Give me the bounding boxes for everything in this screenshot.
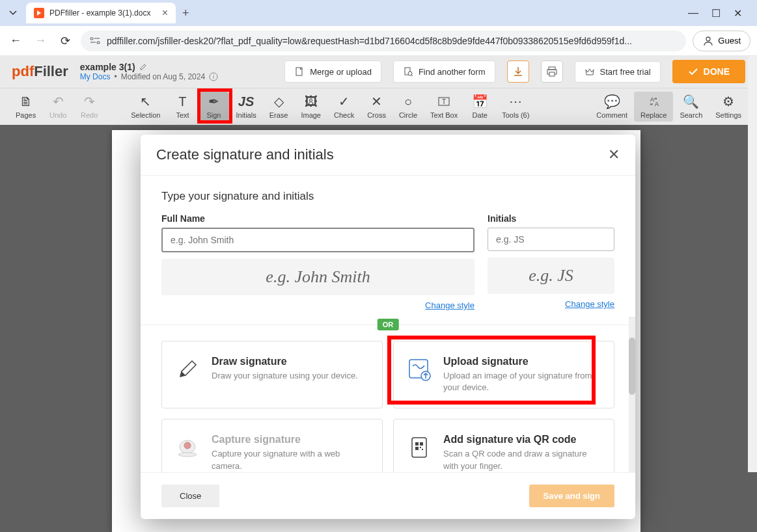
initials-input[interactable] [488, 228, 614, 251]
pages-tool[interactable]: 🗎Pages [9, 92, 42, 122]
text-icon: T [178, 94, 186, 109]
tools-menu[interactable]: ⋯Tools (6) [495, 92, 536, 122]
modal-body: Type your signature and initials Full Na… [141, 176, 635, 472]
search-icon: 🔍 [683, 94, 699, 109]
new-tab-button[interactable]: + [182, 7, 189, 20]
save-button[interactable]: Save and sign [529, 485, 614, 507]
selection-tool[interactable]: ↖Selection [124, 92, 167, 122]
maximize-icon[interactable]: ☐ [711, 7, 721, 20]
download-button[interactable] [507, 60, 529, 83]
cross-tool[interactable]: ✕Cross [361, 92, 392, 122]
fullname-preview: e.g. John Smith [161, 259, 475, 295]
fullname-input[interactable] [161, 228, 475, 252]
upload-signature-card[interactable]: Upload signature Upload an image of your… [393, 341, 614, 408]
qr-signature-card[interactable]: Add signature via QR code Scan a QR code… [393, 419, 614, 472]
initials-tool[interactable]: JSInitials [229, 92, 262, 122]
upload-icon [406, 356, 433, 383]
svg-rect-28 [422, 449, 423, 450]
print-button[interactable] [541, 60, 563, 83]
image-tool[interactable]: 🖼Image [294, 92, 327, 122]
svg-point-4 [706, 37, 710, 41]
replace-icon: AA [647, 94, 660, 109]
cursor-icon: ↖ [140, 94, 151, 109]
svg-rect-25 [420, 442, 423, 446]
change-style-link[interactable]: Change style [488, 299, 614, 309]
minimize-icon[interactable]: — [688, 7, 698, 20]
done-button[interactable]: DONE [672, 60, 745, 83]
edit-icon[interactable] [139, 63, 147, 71]
crown-icon [585, 67, 595, 76]
signature-modal: Create signature and initials ✕ Type you… [141, 135, 635, 519]
scrollbar-thumb[interactable] [629, 338, 635, 395]
svg-point-22 [178, 453, 197, 457]
qr-title: Add signature via QR code [443, 434, 602, 446]
find-button[interactable]: Find another form [393, 60, 495, 83]
svg-rect-23 [412, 438, 426, 457]
site-settings-icon[interactable] [90, 36, 100, 46]
redo-icon: ↷ [84, 94, 95, 109]
close-icon[interactable]: ✕ [608, 146, 620, 163]
close-window-icon[interactable]: ✕ [734, 7, 742, 20]
doc-title: example 3(1) [80, 62, 273, 72]
camera-icon [174, 434, 201, 461]
capture-signature-card: Capture signature Capture your signature… [161, 419, 383, 472]
forward-icon: → [31, 34, 49, 47]
textbox-tool[interactable]: TText Box [424, 92, 464, 122]
search-tool[interactable]: 🔍Search [673, 92, 709, 122]
modal-header: Create signature and initials ✕ [141, 135, 635, 176]
search-doc-icon [403, 66, 413, 77]
app-header: pdfFiller example 3(1) My Docs • Modifie… [0, 55, 757, 88]
svg-text:A: A [650, 96, 654, 103]
draw-desc: Draw your signature using your device. [212, 370, 358, 382]
circle-tool[interactable]: ○Circle [392, 92, 424, 122]
sign-tool[interactable]: ✒Sign [198, 92, 229, 122]
trial-button[interactable]: Start free trial [575, 61, 661, 83]
date-tool[interactable]: 📅Date [464, 92, 495, 122]
back-icon[interactable]: ← [7, 34, 25, 47]
redo-tool[interactable]: ↷Redo [74, 92, 105, 122]
close-button[interactable]: Close [161, 485, 219, 507]
tab-dropdown[interactable] [5, 5, 21, 21]
modified-text: Modified on Aug 5, 2024 [121, 72, 205, 81]
svg-text:A: A [655, 101, 659, 107]
section-title: Type your signature and initials [161, 190, 614, 203]
undo-tool[interactable]: ↶Undo [42, 92, 74, 122]
my-docs-link[interactable]: My Docs [80, 72, 111, 81]
dots-icon: ⋯ [509, 94, 522, 109]
options-grid: Draw signature Draw your signature using… [141, 325, 635, 472]
page-scrollbar[interactable] [748, 56, 757, 472]
svg-point-21 [184, 442, 191, 449]
svg-text:i: i [213, 73, 214, 80]
settings-tool[interactable]: ⚙Settings [709, 92, 748, 122]
erase-tool[interactable]: ◇Erase [263, 92, 295, 122]
replace-tool[interactable]: AAReplace [634, 92, 673, 122]
check-tool[interactable]: ✓Check [327, 92, 361, 122]
comment-tool[interactable]: 💬Comment [590, 92, 634, 122]
address-bar: ← → ⟳ pdffiller.com/jsfiller-desk20/?fla… [0, 26, 757, 55]
type-section: Type your signature and initials Full Na… [141, 176, 635, 318]
pdffiller-favicon [34, 8, 44, 18]
url-text: pdffiller.com/jsfiller-desk20/?flat_pdf_… [107, 36, 677, 46]
close-icon[interactable]: × [162, 7, 168, 19]
modal-scrollbar[interactable] [629, 317, 635, 473]
svg-rect-13 [549, 72, 555, 76]
qr-icon [406, 434, 433, 461]
textbox-icon: T [437, 94, 450, 109]
text-tool[interactable]: TText [167, 92, 198, 122]
merge-button[interactable]: Merge or upload [284, 60, 381, 83]
guest-button[interactable]: Guest [693, 31, 750, 51]
logo[interactable]: pdfFiller [12, 63, 68, 80]
change-style-link[interactable]: Change style [161, 300, 475, 310]
draw-signature-card[interactable]: Draw signature Draw your signature using… [161, 341, 383, 408]
url-bar[interactable]: pdffiller.com/jsfiller-desk20/?flat_pdf_… [81, 31, 686, 51]
erase-icon: ◇ [274, 94, 284, 109]
upload-title: Upload signature [443, 356, 602, 367]
initials-icon: JS [238, 94, 254, 109]
info-icon[interactable]: i [209, 72, 218, 81]
reload-icon[interactable]: ⟳ [56, 34, 74, 48]
svg-rect-27 [420, 447, 421, 448]
browser-tab[interactable]: PDFfiller - example 3(1).docx × [26, 3, 176, 23]
tab-bar: PDFfiller - example 3(1).docx × + — ☐ ✕ [0, 0, 757, 26]
guest-label: Guest [718, 36, 741, 46]
svg-rect-26 [415, 447, 419, 450]
